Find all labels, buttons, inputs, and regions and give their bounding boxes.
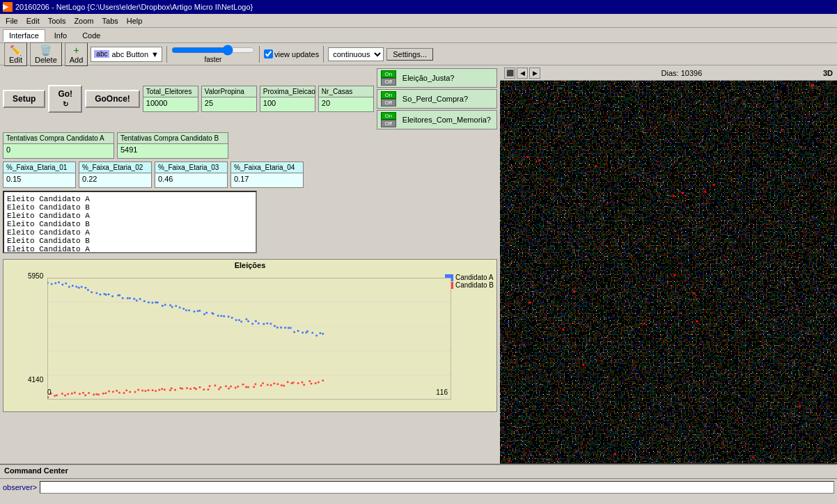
main-content: Setup Go! ↻ GoOnce! Total_Eleitores 1000… bbox=[0, 65, 837, 464]
legend-candidato-a: Candidato A bbox=[445, 274, 494, 281]
faixa-04: %_Faixa_Etaria_04 0.17 bbox=[230, 162, 304, 188]
menu-file[interactable]: File bbox=[1, 15, 22, 26]
param-nr-casas: Nr_Casas 20 bbox=[318, 86, 374, 112]
toggle-switch-2[interactable]: On Off bbox=[380, 91, 397, 107]
go-button[interactable]: Go! ↻ bbox=[48, 85, 82, 113]
toggle-eleitores-memoria: On Off Eleitores_Com_Memoria? bbox=[377, 110, 497, 129]
chart-x-right: 116 bbox=[436, 388, 448, 396]
param-proxima-eleicao: Proxima_Eleicao 100 bbox=[260, 86, 315, 112]
separator-2 bbox=[259, 46, 260, 63]
controls-row: Setup Go! ↻ GoOnce! Total_Eleitores 1000… bbox=[3, 68, 497, 129]
toggle-section: On Off Eleição_Justa? On Off So_Perd_Com… bbox=[377, 68, 497, 129]
menu-bar: File Edit Tools Zoom Tabs Help bbox=[0, 14, 837, 28]
chart-x-min: 0 bbox=[47, 388, 52, 396]
simulation-grid-canvas bbox=[500, 81, 837, 464]
command-input-row: observer> bbox=[0, 479, 837, 496]
chart-title: Eleições bbox=[3, 260, 496, 271]
menu-tools[interactable]: Tools bbox=[44, 15, 70, 26]
app-icon: ▶ bbox=[3, 2, 13, 12]
toolbar: ✏️ Edit 🗑️ Delete + Add abc abc Button ▼… bbox=[0, 43, 837, 65]
param-tent-a: Tentativas Compra Candidato A 0 bbox=[3, 132, 114, 159]
goonce-button[interactable]: GoOnce! bbox=[85, 90, 140, 108]
toggle-switch-3[interactable]: On Off bbox=[380, 112, 397, 127]
menu-zoom[interactable]: Zoom bbox=[70, 15, 97, 26]
edit-button[interactable]: ✏️ Edit bbox=[4, 42, 27, 66]
faixa-03: %_Faixa_Etaria_03 0.46 bbox=[155, 162, 228, 188]
legend-candidato-b: Candidato B bbox=[445, 281, 494, 289]
settings-button[interactable]: Settings... bbox=[386, 48, 433, 61]
add-button[interactable]: + Add bbox=[65, 42, 88, 66]
chart-canvas bbox=[47, 278, 451, 400]
grid-days-label: Dias: 10396 bbox=[662, 69, 703, 77]
left-panel: Setup Go! ↻ GoOnce! Total_Eleitores 1000… bbox=[0, 65, 500, 464]
separator-1 bbox=[166, 46, 167, 63]
chart-container: Eleições Candidato A Candidato B 5950 41… bbox=[3, 259, 497, 412]
speed-control: faster bbox=[171, 45, 255, 63]
toggle-so-perd-compra: On Off So_Perd_Compra? bbox=[377, 89, 497, 109]
chart-legend: Candidato A Candidato B bbox=[445, 274, 494, 289]
menu-help[interactable]: Help bbox=[123, 15, 147, 26]
command-input[interactable] bbox=[40, 481, 834, 494]
window-title: 20160206 - NetLogo {C:\Users\elder\Dropb… bbox=[15, 3, 253, 11]
toggle-eleicao-justa: On Off Eleição_Justa? bbox=[377, 68, 497, 88]
grid-zoom-btn[interactable]: ⬛ bbox=[504, 68, 515, 79]
grid-header: ⬛ ◀ ▶ Dias: 10396 3D bbox=[500, 65, 837, 81]
continuous-select[interactable]: continuous bbox=[328, 47, 384, 61]
command-center-title: Command Center bbox=[0, 465, 837, 479]
toggle-switch-1[interactable]: On Off bbox=[380, 70, 397, 86]
bottom-section: Command Center observer> bbox=[0, 464, 837, 504]
view-updates-container: view updates bbox=[264, 49, 319, 58]
menu-edit[interactable]: Edit bbox=[22, 15, 44, 26]
right-panel: ⬛ ◀ ▶ Dias: 10396 3D bbox=[500, 65, 837, 464]
grid-left-btn[interactable]: ◀ bbox=[517, 68, 528, 79]
button-type-dropdown[interactable]: abc abc Button ▼ bbox=[91, 47, 162, 62]
grid-controls: ⬛ ◀ ▶ bbox=[504, 68, 540, 79]
tab-bar: Interface Info Code bbox=[0, 28, 837, 43]
tentativas-row: Tentativas Compra Candidato A 0 Tentativ… bbox=[3, 132, 497, 159]
param-valor-propina: ValorPropina 25 bbox=[201, 86, 257, 112]
output-row: Eleito Candidato AEleito Candidato BElei… bbox=[3, 191, 497, 256]
tab-interface[interactable]: Interface bbox=[3, 29, 45, 42]
param-tent-b: Tentativas Compra Candidato B 5491 bbox=[117, 132, 228, 159]
param-total-eleitores: Total_Eleitores 10000 bbox=[143, 86, 198, 112]
setup-button[interactable]: Setup bbox=[3, 90, 45, 108]
delete-button[interactable]: 🗑️ Delete bbox=[30, 42, 62, 66]
separator-3 bbox=[323, 46, 324, 63]
chart-y-min: 4140 bbox=[28, 376, 43, 384]
observer-label: observer> bbox=[3, 483, 37, 491]
grid-3d-label: 3D bbox=[823, 69, 833, 77]
grid-right-btn[interactable]: ▶ bbox=[529, 68, 540, 79]
output-box[interactable]: Eleito Candidato AEleito Candidato BElei… bbox=[3, 191, 257, 253]
chart-y-max: 5950 bbox=[28, 272, 43, 280]
faixa-02: %_Faixa_Etaria_02 0.22 bbox=[79, 162, 152, 188]
faixa-section: %_Faixa_Etaria_01 0.15 %_Faixa_Etaria_02… bbox=[3, 162, 497, 188]
menu-tabs[interactable]: Tabs bbox=[98, 15, 123, 26]
tab-code[interactable]: Code bbox=[76, 29, 107, 42]
faixa-01: %_Faixa_Etaria_01 0.15 bbox=[3, 162, 76, 188]
view-updates-checkbox[interactable] bbox=[264, 49, 273, 58]
speed-slider[interactable] bbox=[171, 45, 255, 56]
title-bar: ▶ 20160206 - NetLogo {C:\Users\elder\Dro… bbox=[0, 0, 837, 14]
chart-area: 5950 4140 0 116 bbox=[28, 271, 448, 396]
tab-info[interactable]: Info bbox=[48, 29, 73, 42]
